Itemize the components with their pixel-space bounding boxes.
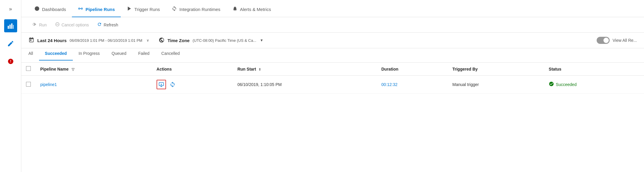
- calendar-icon: [28, 37, 34, 44]
- status-tab-cancelled-label: Cancelled: [161, 51, 180, 56]
- table-row: pipeline1: [21, 76, 644, 94]
- status-value: Succeeded: [556, 82, 577, 87]
- col-checkbox: [21, 63, 36, 76]
- status-tab-failed[interactable]: Failed: [132, 51, 155, 60]
- trigger-runs-icon: [127, 6, 132, 12]
- col-actions: Actions: [152, 63, 233, 76]
- view-all-switch[interactable]: [597, 37, 610, 44]
- timezone-filter: Time Zone (UTC-08:00) Pacific Time (US &…: [159, 37, 263, 44]
- sidebar-icon-monitor[interactable]: !: [4, 55, 17, 68]
- refresh-button-label: Refresh: [104, 23, 118, 27]
- row-duration-cell: 00:12:32: [376, 76, 447, 94]
- status-tab-in-progress[interactable]: In Progress: [73, 51, 106, 60]
- row-actions-cell: [152, 76, 233, 94]
- tab-pipeline-runs-label: Pipeline Runs: [86, 7, 115, 12]
- tab-alerts-metrics[interactable]: Alerts & Metrics: [226, 6, 277, 17]
- col-status-label: Status: [549, 67, 561, 71]
- status-tab-queued-label: Queued: [112, 51, 126, 56]
- status-tab-cancelled[interactable]: Cancelled: [155, 51, 186, 60]
- toolbar: Run Cancel options Refresh: [21, 17, 644, 33]
- status-tab-failed-label: Failed: [138, 51, 149, 56]
- sidebar-icon-chart[interactable]: [4, 19, 17, 32]
- sidebar: » !: [0, 0, 21, 172]
- svg-text:!: !: [10, 59, 11, 63]
- tab-trigger-runs-label: Trigger Runs: [134, 7, 160, 12]
- run-button-label: Run: [39, 23, 47, 27]
- status-tab-queued[interactable]: Queued: [106, 51, 132, 60]
- cancel-icon: [55, 22, 60, 28]
- pipeline-runs-table: Pipeline Name ▽ Actions Run Start ⇕ Dura…: [21, 63, 644, 94]
- col-pipeline-name: Pipeline Name ▽: [36, 63, 152, 76]
- tab-integration-runtimes-label: Integration Runtimes: [179, 7, 220, 12]
- tab-dashboards[interactable]: Dashboards: [28, 6, 72, 17]
- status-tabs: All Succeeded In Progress Queued Failed …: [21, 48, 644, 63]
- col-triggered-by: Triggered By: [448, 63, 544, 76]
- svg-rect-2: [11, 23, 12, 29]
- status-tab-succeeded-label: Succeeded: [45, 51, 67, 56]
- duration-value: 00:12:32: [381, 82, 397, 87]
- rerun-pipeline-button[interactable]: [168, 80, 177, 89]
- svg-point-7: [78, 8, 80, 9]
- row-checkbox[interactable]: [26, 82, 31, 87]
- sidebar-icon-edit[interactable]: [4, 37, 17, 50]
- col-triggered-by-label: Triggered By: [453, 67, 478, 71]
- tab-pipeline-runs[interactable]: Pipeline Runs: [72, 6, 121, 17]
- col-run-start-label: Run Start: [237, 67, 256, 71]
- table-header-row: Pipeline Name ▽ Actions Run Start ⇕ Dura…: [21, 63, 644, 76]
- svg-marker-10: [128, 7, 131, 11]
- main-content: Dashboards Pipeline Runs Trigger Runs In…: [21, 0, 644, 172]
- status-check-icon: [549, 81, 554, 88]
- filter-bar: Last 24 Hours 06/09/2019 1:01 PM - 06/10…: [21, 33, 644, 48]
- cancel-options-button[interactable]: Cancel options: [51, 20, 93, 29]
- tz-value: (UTC-08:00) Pacific Time (US & Ca...: [193, 38, 256, 43]
- cancel-options-label: Cancel options: [62, 23, 89, 27]
- globe-icon: [159, 37, 165, 44]
- select-all-checkbox[interactable]: [26, 66, 31, 71]
- tab-dashboards-label: Dashboards: [42, 7, 66, 12]
- date-range-value: 06/09/2019 1:01 PM - 06/10/2019 1:01 PM: [70, 38, 142, 43]
- row-checkbox-cell: [21, 76, 36, 94]
- alerts-metrics-icon: [232, 6, 238, 12]
- dashboards-icon: [34, 6, 40, 12]
- view-all-toggle[interactable]: View All Re...: [597, 37, 637, 44]
- status-tab-in-progress-label: In Progress: [79, 51, 100, 56]
- table-container: Pipeline Name ▽ Actions Run Start ⇕ Dura…: [21, 63, 644, 172]
- run-start-sort-icon[interactable]: ⇕: [258, 68, 261, 71]
- row-run-start-cell: 06/10/2019, 1:10:05 PM: [233, 76, 376, 94]
- col-run-start: Run Start ⇕: [233, 63, 376, 76]
- tab-alerts-metrics-label: Alerts & Metrics: [240, 7, 271, 12]
- col-status: Status: [544, 63, 644, 76]
- status-tab-all[interactable]: All: [28, 51, 39, 60]
- tab-trigger-runs[interactable]: Trigger Runs: [121, 6, 166, 17]
- col-duration-label: Duration: [381, 67, 398, 71]
- nav-tabs: Dashboards Pipeline Runs Trigger Runs In…: [21, 0, 644, 17]
- pipeline-runs-icon: [78, 6, 83, 12]
- run-start-value: 06/10/2019, 1:10:05 PM: [237, 82, 281, 87]
- svg-marker-15: [161, 84, 162, 85]
- col-actions-label: Actions: [157, 67, 172, 71]
- row-triggered-by-cell: Manual trigger: [448, 76, 544, 94]
- row-pipeline-name-cell: pipeline1: [36, 76, 152, 94]
- col-duration: Duration: [376, 63, 447, 76]
- run-button[interactable]: Run: [28, 20, 51, 29]
- tab-integration-runtimes[interactable]: Integration Runtimes: [166, 6, 226, 17]
- col-pipeline-name-label: Pipeline Name: [40, 67, 69, 71]
- pipeline-name-value[interactable]: pipeline1: [40, 82, 57, 87]
- status-badge: Succeeded: [549, 81, 639, 88]
- period-label: Last 24 Hours: [37, 38, 67, 43]
- action-buttons: [157, 80, 228, 89]
- status-tab-succeeded[interactable]: Succeeded: [39, 51, 73, 60]
- date-filter[interactable]: Last 24 Hours 06/09/2019 1:01 PM - 06/10…: [28, 37, 149, 44]
- monitor-pipeline-button[interactable]: [157, 80, 166, 89]
- refresh-button[interactable]: Refresh: [93, 20, 122, 29]
- collapse-sidebar-button[interactable]: »: [7, 4, 14, 15]
- tz-dropdown-arrow[interactable]: ▼: [260, 38, 263, 42]
- view-all-label: View All Re...: [613, 38, 637, 43]
- tz-label: Time Zone: [168, 38, 190, 43]
- pipeline-name-filter-icon[interactable]: ▽: [72, 67, 74, 71]
- status-tab-all-label: All: [28, 51, 33, 56]
- triggered-by-value: Manual trigger: [453, 82, 479, 87]
- date-dropdown-arrow[interactable]: ∨: [146, 38, 149, 42]
- refresh-icon: [97, 22, 102, 28]
- integration-runtimes-icon: [172, 6, 177, 12]
